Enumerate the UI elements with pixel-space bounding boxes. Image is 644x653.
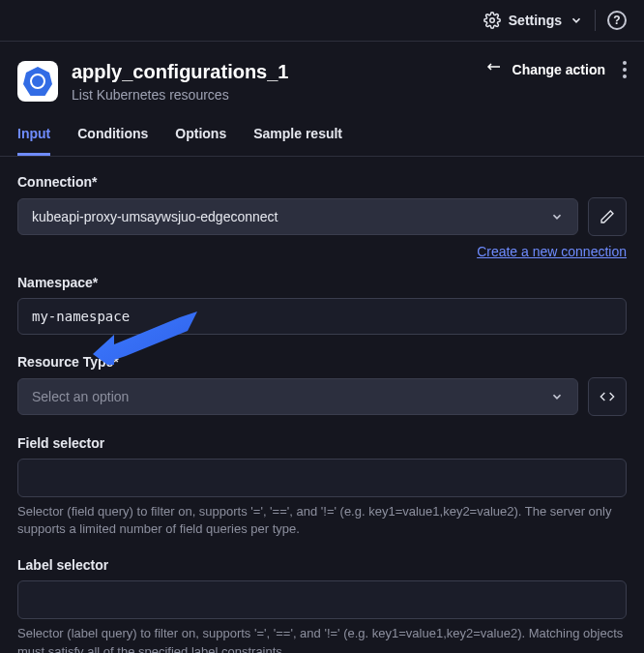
pencil-icon [600,209,615,224]
settings-label: Settings [509,13,562,28]
create-connection-link[interactable]: Create a new connection [17,244,627,259]
tab-options[interactable]: Options [175,118,226,156]
tab-input[interactable]: Input [17,118,50,156]
help-icon[interactable]: ? [607,11,627,30]
label-selector-helper: Selector (label query) to filter on, sup… [17,625,627,653]
change-action-button[interactable]: Change action [485,62,605,77]
tab-conditions[interactable]: Conditions [77,118,148,156]
gear-icon [483,12,501,29]
toggle-code-button[interactable] [588,377,627,416]
tab-sample-result[interactable]: Sample result [253,118,342,156]
code-icon [599,389,616,404]
field-selector-helper: Selector (field query) to filter on, sup… [17,503,627,538]
connection-value: kubeapi-proxy-umsaywsjuo-edgeconnect [32,209,278,224]
edit-connection-button[interactable] [588,197,627,236]
field-selector-label: Field selector [17,435,627,451]
swap-icon [485,62,503,77]
divider [595,10,596,31]
svg-point-0 [490,18,495,23]
label-selector-input[interactable] [17,580,627,619]
change-action-label: Change action [512,62,605,77]
kubernetes-icon [17,61,58,102]
label-selector-label: Label selector [17,557,627,573]
page-title: apply_configurations_1 [72,61,289,83]
page-subtitle: List Kubernetes resources [72,87,289,103]
resource-type-label: Resource Type* [17,354,627,370]
field-selector-input[interactable] [17,459,627,497]
chevron-down-icon [570,14,583,27]
settings-button[interactable]: Settings [483,12,583,29]
connection-select[interactable]: kubeapi-proxy-umsaywsjuo-edgeconnect [17,198,578,235]
chevron-down-icon [550,390,564,403]
connection-label: Connection* [17,174,627,190]
resource-type-select[interactable]: Select an option [17,378,578,415]
resource-type-placeholder: Select an option [32,389,129,404]
more-menu-button[interactable] [623,61,627,78]
namespace-input[interactable] [17,298,627,335]
chevron-down-icon [550,210,564,223]
namespace-label: Namespace* [17,275,627,290]
